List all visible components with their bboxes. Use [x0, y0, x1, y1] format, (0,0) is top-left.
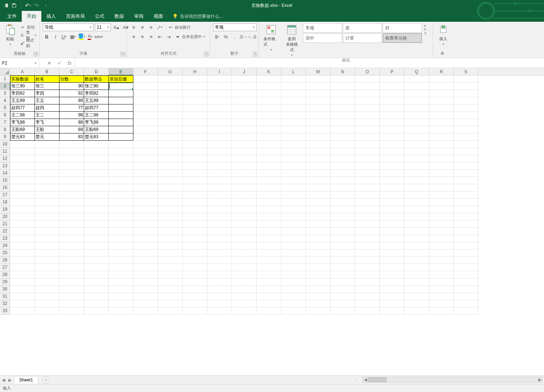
- column-header-D[interactable]: D: [84, 68, 109, 75]
- cell-K33[interactable]: [257, 308, 281, 315]
- cell-S27[interactable]: [454, 264, 478, 271]
- cell-B21[interactable]: [35, 220, 59, 228]
- cell-P8[interactable]: [380, 126, 404, 133]
- cell-I25[interactable]: [207, 249, 232, 257]
- cell-C16[interactable]: [59, 184, 84, 191]
- cell-I5[interactable]: [207, 104, 232, 112]
- cell-H4[interactable]: [183, 97, 207, 104]
- cell-P32[interactable]: [380, 300, 404, 308]
- cell-F16[interactable]: [133, 184, 158, 191]
- cell-O32[interactable]: [355, 300, 380, 308]
- cell-P4[interactable]: [380, 97, 404, 104]
- cell-S30[interactable]: [454, 286, 478, 293]
- cell-M23[interactable]: [306, 235, 331, 242]
- cell-H10[interactable]: [183, 141, 207, 148]
- save-icon[interactable]: [11, 2, 17, 9]
- cell-G1[interactable]: [158, 75, 183, 83]
- cell-Q29[interactable]: [404, 278, 429, 286]
- cell-P24[interactable]: [380, 242, 404, 249]
- cell-A5[interactable]: 赵四77: [10, 104, 35, 112]
- cell-G4[interactable]: [158, 97, 183, 104]
- cell-M12[interactable]: [306, 155, 331, 162]
- cell-K15[interactable]: [257, 177, 281, 184]
- cell-E17[interactable]: [109, 191, 133, 199]
- cell-E23[interactable]: [109, 235, 133, 242]
- cell-R29[interactable]: [429, 278, 454, 286]
- cell-S1[interactable]: [454, 75, 478, 83]
- cancel-formula-icon[interactable]: ✕: [44, 60, 54, 66]
- cell-Q17[interactable]: [404, 191, 429, 199]
- format-as-table-button[interactable]: 套用 表格格式▾: [283, 23, 301, 58]
- cell-I6[interactable]: [207, 112, 232, 119]
- cell-Q15[interactable]: [404, 177, 429, 184]
- cell-C15[interactable]: [59, 177, 84, 184]
- cell-S15[interactable]: [454, 177, 478, 184]
- cell-K27[interactable]: [257, 264, 281, 271]
- cell-D6[interactable]: 王二98: [84, 112, 109, 119]
- cell-L24[interactable]: [281, 242, 306, 249]
- cell-E31[interactable]: [109, 293, 133, 300]
- cell-S19[interactable]: [454, 206, 478, 213]
- cell-L13[interactable]: [281, 162, 306, 170]
- cell-O14[interactable]: [355, 170, 380, 177]
- cell-R2[interactable]: [429, 83, 454, 90]
- cell-H24[interactable]: [183, 242, 207, 249]
- cell-A20[interactable]: [10, 213, 35, 220]
- row-header-21[interactable]: 21: [0, 220, 10, 228]
- cell-E27[interactable]: [109, 264, 133, 271]
- cell-R25[interactable]: [429, 249, 454, 257]
- cell-E14[interactable]: [109, 170, 133, 177]
- cell-S32[interactable]: [454, 300, 478, 308]
- cell-F28[interactable]: [133, 271, 158, 278]
- cell-S12[interactable]: [454, 155, 478, 162]
- alignment-dialog-icon[interactable]: ⬊: [204, 52, 208, 56]
- cell-S23[interactable]: [454, 235, 478, 242]
- cell-E29[interactable]: [109, 278, 133, 286]
- cell-J21[interactable]: [232, 220, 257, 228]
- cell-Q5[interactable]: [404, 104, 429, 112]
- column-header-K[interactable]: K: [257, 68, 281, 75]
- cell-F6[interactable]: [133, 112, 158, 119]
- row-header-4[interactable]: 4: [0, 97, 10, 104]
- cell-I9[interactable]: [207, 133, 232, 141]
- cell-C27[interactable]: [59, 264, 84, 271]
- cell-O28[interactable]: [355, 271, 380, 278]
- cell-I23[interactable]: [207, 235, 232, 242]
- cell-G29[interactable]: [158, 278, 183, 286]
- cell-C3[interactable]: 92: [59, 90, 84, 97]
- cell-B8[interactable]: 王盼: [35, 126, 59, 133]
- row-header-26[interactable]: 26: [0, 257, 10, 264]
- row-header-9[interactable]: 9: [0, 133, 10, 141]
- cell-K18[interactable]: [257, 199, 281, 206]
- cell-K28[interactable]: [257, 271, 281, 278]
- cell-G15[interactable]: [158, 177, 183, 184]
- cell-E5[interactable]: [109, 104, 133, 112]
- cell-M7[interactable]: [306, 119, 331, 126]
- cell-A33[interactable]: [10, 308, 35, 315]
- cell-E8[interactable]: [109, 126, 133, 133]
- cell-N27[interactable]: [331, 264, 355, 271]
- cell-A25[interactable]: [10, 249, 35, 257]
- cell-J10[interactable]: [232, 141, 257, 148]
- cell-I19[interactable]: [207, 206, 232, 213]
- cell-I33[interactable]: [207, 308, 232, 315]
- row-header-30[interactable]: 30: [0, 286, 10, 293]
- cell-S5[interactable]: [454, 104, 478, 112]
- accounting-format-icon[interactable]: $▾: [213, 33, 221, 41]
- cell-H14[interactable]: [183, 170, 207, 177]
- increase-font-icon[interactable]: A▴: [112, 23, 120, 31]
- cell-H33[interactable]: [183, 308, 207, 315]
- cell-B20[interactable]: [35, 213, 59, 220]
- cell-G14[interactable]: [158, 170, 183, 177]
- cell-J22[interactable]: [232, 228, 257, 235]
- cell-Q26[interactable]: [404, 257, 429, 264]
- cell-C7[interactable]: 88: [59, 119, 84, 126]
- cell-K4[interactable]: [257, 97, 281, 104]
- cell-M10[interactable]: [306, 141, 331, 148]
- cell-B25[interactable]: [35, 249, 59, 257]
- cell-N5[interactable]: [331, 104, 355, 112]
- cell-H15[interactable]: [183, 177, 207, 184]
- cell-C32[interactable]: [59, 300, 84, 308]
- cell-K32[interactable]: [257, 300, 281, 308]
- cell-S7[interactable]: [454, 119, 478, 126]
